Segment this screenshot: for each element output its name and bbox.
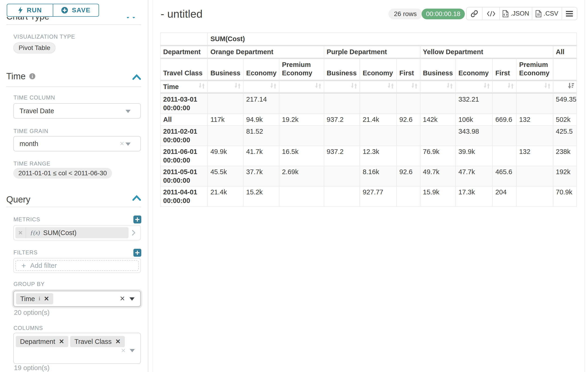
- columns-tag[interactable]: Department ✕: [16, 336, 68, 347]
- export-csv-button[interactable]: .CSV: [532, 7, 561, 20]
- sort-icon: [447, 83, 453, 89]
- sort-icon: [388, 83, 394, 89]
- row-header-cell: 2011-04-01 00:00:00: [160, 186, 208, 206]
- save-button[interactable]: SAVE: [53, 4, 99, 16]
- save-button-label: SAVE: [72, 7, 90, 14]
- row-header-cell: 2011-06-01 00:00:00: [160, 146, 208, 166]
- remove-tag-icon[interactable]: ✕: [44, 295, 49, 302]
- group-by-options-note: 20 option(s): [14, 308, 50, 317]
- travel-class-header: Business: [208, 58, 243, 80]
- remove-metric-icon[interactable]: ×: [15, 227, 26, 238]
- row-count-badge: 26 rows: [388, 9, 422, 19]
- column-sort-header[interactable]: [420, 80, 456, 93]
- value-cell: [397, 126, 420, 146]
- time-column-value: Travel Date: [20, 104, 54, 118]
- columns-tag[interactable]: Travel Class ✕: [70, 336, 125, 347]
- chart-title[interactable]: - untitled: [161, 8, 202, 20]
- json-file-icon: [503, 10, 508, 17]
- value-cell: 8.16k: [360, 166, 397, 186]
- remove-tag-icon[interactable]: ✕: [59, 338, 64, 345]
- value-cell: 47.7k: [455, 166, 493, 186]
- column-sort-header[interactable]: [493, 80, 516, 93]
- value-cell: 81.52: [243, 126, 279, 146]
- lightning-icon: [18, 7, 23, 14]
- sort-icon: [508, 83, 514, 89]
- sort-icon: [411, 83, 418, 89]
- travel-class-header-row: Travel ClassBusinessEconomyPremium Econo…: [160, 58, 577, 80]
- column-sort-header[interactable]: [279, 80, 324, 93]
- clear-icon[interactable]: ×: [121, 346, 126, 355]
- add-filter-plus-button[interactable]: [133, 249, 141, 257]
- value-cell: 39.9k: [455, 146, 493, 166]
- value-cell: 217.14: [243, 93, 279, 114]
- column-sort-header[interactable]: [324, 80, 360, 93]
- remove-tag-icon[interactable]: ✕: [115, 338, 121, 345]
- plus-circle-icon: [61, 7, 68, 14]
- time-collapse-chevron-icon[interactable]: [133, 74, 141, 80]
- value-cell: 37.7k: [243, 166, 279, 186]
- value-cell: 117k: [208, 114, 243, 126]
- chevron-down-icon: [126, 110, 131, 113]
- columns-tag-label: Department: [20, 338, 55, 345]
- value-cell: 549.35: [553, 93, 577, 114]
- time-grain-label: TIME GRAIN: [13, 128, 48, 135]
- more-options-button[interactable]: [561, 7, 577, 20]
- value-cell: 15.9k: [420, 186, 456, 206]
- value-cell: 12.3k: [360, 146, 397, 166]
- value-cell: 343.98: [455, 126, 493, 146]
- metric-pill[interactable]: × ƒ(x) SUM(Cost): [15, 227, 128, 238]
- department-group-header: All: [553, 46, 577, 58]
- column-sort-header[interactable]: [243, 80, 279, 93]
- value-cell: 106k: [455, 114, 493, 126]
- group-by-select[interactable]: Time i ✕ ×: [13, 291, 141, 307]
- department-group-header: Purple Department: [324, 46, 420, 58]
- travel-class-header: Business: [324, 58, 360, 80]
- table-row: 2011-02-01 00:00:0081.52343.98425.5: [160, 126, 577, 146]
- column-sort-header[interactable]: [455, 80, 493, 93]
- column-sort-header[interactable]: [360, 80, 397, 93]
- share-link-button[interactable]: [467, 7, 482, 20]
- metrics-control: × ƒ(x) SUM(Cost): [13, 225, 141, 240]
- value-cell: [324, 126, 360, 146]
- add-metric-button[interactable]: [133, 215, 141, 223]
- group-by-tag-label: Time: [20, 295, 35, 303]
- value-cell: [360, 126, 397, 146]
- time-column-sort-header[interactable]: Time: [160, 80, 208, 93]
- query-collapse-chevron-icon[interactable]: [133, 195, 141, 201]
- value-cell: 41.7k: [243, 146, 279, 166]
- value-cell: 92.6: [397, 114, 420, 126]
- sort-icon: [199, 83, 205, 89]
- time-grain-select[interactable]: month ×: [13, 136, 141, 151]
- clear-icon[interactable]: ×: [120, 294, 125, 303]
- filters-label: FILTERS: [13, 249, 38, 256]
- time-range-value[interactable]: 2011-01-01 ≤ col < 2011-06-30: [13, 168, 112, 179]
- visualization-type-value[interactable]: Pivot Table: [13, 42, 55, 53]
- column-sort-header[interactable]: [397, 80, 420, 93]
- value-cell: 927.77: [360, 186, 397, 206]
- export-json-button[interactable]: .JSON: [499, 7, 532, 20]
- run-button[interactable]: RUN: [7, 4, 53, 16]
- run-save-toolbar: RUN SAVE: [7, 4, 99, 17]
- embed-code-button[interactable]: [482, 7, 499, 20]
- value-cell: 132: [516, 114, 553, 126]
- group-by-label: GROUP BY: [13, 281, 45, 287]
- value-cell: [397, 186, 420, 206]
- time-column-select[interactable]: Travel Date: [13, 103, 141, 118]
- column-sort-header[interactable]: [553, 80, 577, 93]
- row-header-cell: 2011-05-01 00:00:00: [160, 166, 208, 186]
- group-by-tag[interactable]: Time i ✕: [16, 293, 53, 304]
- value-cell: [516, 93, 553, 114]
- columns-tag-label: Travel Class: [74, 338, 112, 345]
- column-sort-header[interactable]: [208, 80, 243, 93]
- value-cell: 238k: [553, 146, 577, 166]
- value-cell: [208, 126, 243, 146]
- columns-label: COLUMNS: [13, 325, 43, 331]
- expand-metric-button[interactable]: [128, 230, 139, 236]
- value-cell: 937.2: [324, 114, 360, 126]
- clear-icon[interactable]: ×: [120, 139, 124, 148]
- value-cell: 15.2k: [243, 186, 279, 206]
- columns-select[interactable]: Department ✕ Travel Class ✕ ×: [13, 333, 141, 364]
- add-filter-button[interactable]: + Add filter: [15, 260, 139, 271]
- value-cell: 16.5k: [279, 146, 324, 166]
- column-sort-header[interactable]: [516, 80, 553, 93]
